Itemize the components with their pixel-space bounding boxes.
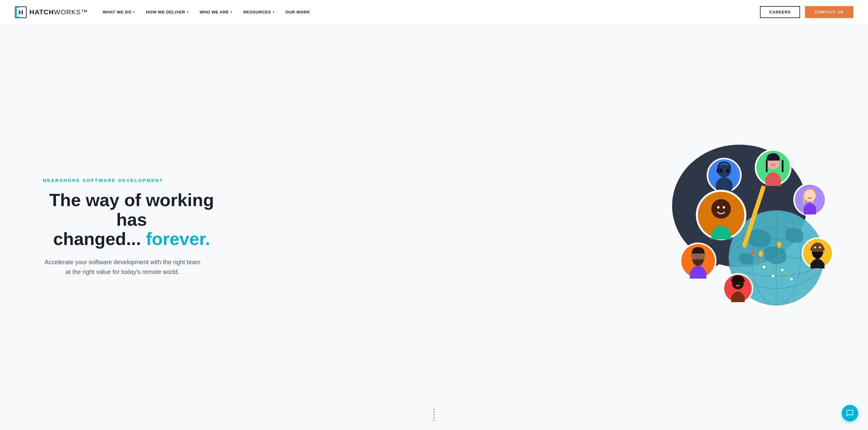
nav-link-who-we-are[interactable]: WHO WE ARE ▾	[199, 10, 232, 14]
svg-rect-29	[726, 168, 729, 173]
chevron-icon: ▾	[133, 10, 135, 14]
svg-point-44	[804, 190, 816, 202]
svg-point-55	[819, 246, 821, 248]
logo-text: HATCHWORKS™	[29, 8, 88, 16]
svg-text:H: H	[18, 8, 23, 16]
hero-content: NEARSHORE SOFTWARE DEVELOPMENT The way o…	[43, 178, 220, 277]
scroll-dot-4	[433, 417, 435, 418]
scroll-indicator	[433, 408, 435, 421]
hero-svg-illustration	[654, 138, 843, 316]
navbar-left: H HATCHWORKS™ WHAT WE DO ▾ HOW WE DELIVE…	[15, 6, 310, 18]
hero-illustration	[654, 138, 843, 316]
svg-point-39	[723, 206, 725, 208]
svg-point-54	[814, 246, 816, 248]
nav-link-what-we-do[interactable]: WHAT WE DO ▾	[102, 10, 135, 14]
hero-section: NEARSHORE SOFTWARE DEVELOPMENT The way o…	[0, 25, 868, 430]
chevron-icon: ▾	[273, 10, 275, 14]
nav-link-how-we-deliver[interactable]: HOW WE DELIVER ▾	[146, 10, 189, 14]
svg-rect-34	[782, 160, 783, 172]
svg-point-37	[711, 199, 731, 219]
nav-link-resources[interactable]: RESOURCES ▾	[243, 10, 275, 14]
nav-item-how-we-deliver[interactable]: HOW WE DELIVER ▾	[146, 10, 189, 14]
nav-item-who-we-are[interactable]: WHO WE ARE ▾	[199, 10, 232, 14]
hero-title: The way of working has changed... foreve…	[43, 190, 220, 249]
logo[interactable]: H HATCHWORKS™	[15, 6, 88, 18]
nav-item-what-we-do[interactable]: WHAT WE DO ▾	[102, 10, 135, 14]
nav-link-our-work[interactable]: OUR WORK	[285, 10, 310, 14]
svg-rect-28	[720, 168, 722, 173]
hero-eyebrow: NEARSHORE SOFTWARE DEVELOPMENT	[43, 178, 220, 183]
navbar-right: CAREERS CONTACT US	[760, 6, 853, 18]
chevron-icon: ▾	[187, 10, 189, 14]
scroll-dots	[433, 408, 435, 421]
svg-point-38	[717, 206, 719, 208]
hero-highlight: forever.	[146, 229, 210, 249]
hero-subtitle: Accelerate your software development wit…	[43, 257, 202, 277]
scroll-dot-2	[433, 411, 435, 412]
logo-icon: H	[15, 6, 27, 18]
scroll-dot-3	[433, 414, 435, 415]
scroll-dot-5	[433, 420, 435, 421]
contact-us-button[interactable]: CONTACT US	[805, 6, 853, 18]
nav-item-our-work[interactable]: OUR WORK	[285, 10, 310, 14]
nav-links: WHAT WE DO ▾ HOW WE DELIVER ▾ WHO WE ARE…	[102, 10, 310, 14]
careers-button[interactable]: CAREERS	[760, 6, 800, 18]
chat-icon	[846, 409, 854, 417]
scroll-dot-1	[433, 408, 435, 410]
svg-rect-27	[717, 168, 719, 173]
navbar: H HATCHWORKS™ WHAT WE DO ▾ HOW WE DELIVE…	[0, 0, 868, 25]
svg-rect-33	[766, 160, 768, 172]
chevron-icon: ▾	[230, 10, 232, 14]
chat-button[interactable]	[842, 405, 858, 422]
nav-item-resources[interactable]: RESOURCES ▾	[243, 10, 275, 14]
